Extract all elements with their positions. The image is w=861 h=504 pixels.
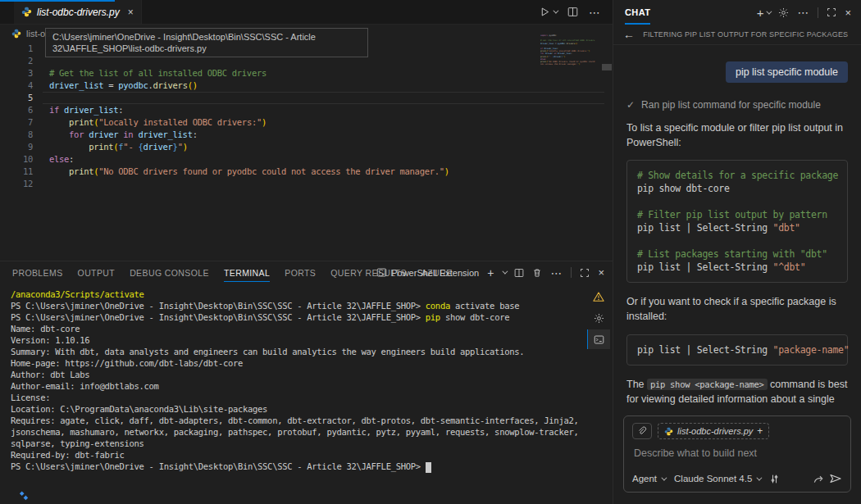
python-icon	[21, 7, 32, 17]
close-panel-icon[interactable]: ×	[598, 266, 604, 279]
paragraph-text: The	[626, 379, 647, 390]
editor-scrollbar[interactable]	[602, 64, 612, 70]
minimap[interactable]: import pyodbc # Get the list of all inst…	[540, 34, 598, 66]
add-context-icon[interactable]: +	[757, 425, 763, 437]
model-picker[interactable]: Claude Sonnet 4.5	[674, 474, 765, 484]
chat-input-box[interactable]: list-odbc-drivers.py + Describe what to …	[623, 415, 851, 493]
model-dropdown-icon	[757, 474, 763, 480]
tool-run-label: Ran pip list command for specific module	[641, 99, 821, 111]
warning-icon[interactable]	[587, 287, 610, 306]
run-button[interactable]	[540, 7, 557, 17]
chat-code-block[interactable]: pip list | Select-String "package-name"	[626, 334, 848, 366]
check-icon: ✓	[626, 99, 635, 111]
divider	[818, 7, 818, 18]
user-message: pip list specific module	[726, 61, 848, 83]
chat-input-toolbar: Agent Claude Sonnet 4.5	[632, 472, 842, 485]
python-icon	[664, 427, 673, 436]
tab-list-odbc-drivers[interactable]: list-odbc-drivers.py ×	[14, 0, 142, 24]
chat-tab[interactable]: CHAT	[625, 0, 650, 25]
new-chat-dropdown-icon[interactable]	[767, 8, 772, 14]
chat-messages[interactable]: pip list specific module ✓ Ran pip list …	[613, 45, 861, 406]
assistant-paragraph: Or if you want to check if a specific pa…	[626, 294, 848, 324]
python-icon	[11, 29, 21, 39]
shell-selector[interactable]: PowerShell Extension	[376, 267, 479, 278]
voice-redirect-icon[interactable]	[813, 473, 825, 485]
assistant-paragraph: To list a specific module or filter pip …	[626, 120, 848, 150]
panel-tab-output[interactable]: OUTPUT	[78, 264, 116, 281]
powershell-terminal-icon[interactable]	[587, 329, 610, 349]
code-editor[interactable]: list-odbc-drivers.py 123456789101112 imp…	[0, 25, 613, 261]
editor-toolbar: ⋯	[540, 0, 613, 24]
tools-icon[interactable]	[769, 474, 780, 484]
tab-close-icon[interactable]: ×	[128, 7, 134, 18]
split-editor-icon[interactable]	[567, 7, 578, 17]
chat-code-block[interactable]: # Show details for a specific packagepip…	[626, 160, 848, 283]
new-chat-button[interactable]: +	[757, 6, 771, 20]
shell-label: PowerShell Extension	[391, 268, 479, 278]
panel-tab-terminal[interactable]: TERMINAL	[224, 264, 270, 282]
terminal-dropdown-icon[interactable]	[503, 269, 508, 275]
extension-status-icon[interactable]	[18, 490, 30, 502]
vscode-window: list-odbc-drivers.py × ⋯ list-odbc-driv	[0, 0, 861, 504]
active-tab-indicator	[0, 0, 115, 2]
chat-session-title: FILTERING PIP LIST OUTPUT FOR SPECIFIC P…	[643, 30, 848, 39]
mode-dropdown-icon	[661, 474, 667, 480]
back-icon[interactable]: ←	[623, 28, 635, 41]
chat-header: CHAT + ⋯ ×	[613, 0, 861, 25]
terminal-settings-icon[interactable]	[587, 308, 610, 328]
new-terminal-icon[interactable]: +	[487, 266, 494, 279]
attached-file-name: list-odbc-drivers.py	[677, 426, 753, 436]
chat-settings-icon[interactable]	[778, 7, 789, 18]
panel-tab-bar: PROBLEMS OUTPUT DEBUG CONSOLE TERMINAL P…	[0, 261, 613, 284]
chat-more-icon[interactable]: ⋯	[797, 6, 809, 19]
terminal-output[interactable]: /anaconda3/Scripts/activatePS C:\Users\j…	[11, 288, 578, 472]
tool-run-note[interactable]: ✓ Ran pip list command for specific modu…	[626, 99, 848, 111]
more-actions-icon[interactable]: ⋯	[589, 6, 601, 19]
file-path-tooltip: C:\Users\jminer\OneDrive - Insight\Deskt…	[45, 28, 368, 57]
assistant-paragraph: The pip show <package-name> command is b…	[626, 377, 848, 406]
panel-tab-ports[interactable]: PORTS	[285, 264, 316, 281]
chat-session-bar: ← FILTERING PIP LIST OUTPUT FOR SPECIFIC…	[613, 25, 861, 45]
kill-terminal-icon[interactable]	[532, 268, 542, 278]
close-chat-icon[interactable]: ×	[845, 7, 851, 19]
maximize-chat-icon[interactable]	[827, 7, 836, 17]
divider	[571, 267, 572, 278]
code-lines: import pyodbc # Get the list of all inst…	[49, 43, 449, 190]
bottom-panel: PROBLEMS OUTPUT DEBUG CONSOLE TERMINAL P…	[0, 261, 613, 504]
panel-toolbar: PowerShell Extension + ⋯ ×	[376, 261, 604, 284]
maximize-panel-icon[interactable]	[580, 268, 590, 278]
editor-area: list-odbc-drivers.py × ⋯ list-odbc-driv	[0, 0, 613, 504]
line-numbers: 123456789101112	[0, 43, 33, 190]
mode-label: Agent	[632, 474, 657, 484]
chat-input-placeholder[interactable]: Describe what to build next	[634, 447, 840, 459]
panel-tab-problems[interactable]: PROBLEMS	[12, 264, 63, 281]
chat-panel: CHAT + ⋯ × ← FILTERING PIP LIST OUTPUT F…	[613, 0, 861, 504]
editor-tab-bar: list-odbc-drivers.py × ⋯	[0, 0, 613, 25]
split-terminal-icon[interactable]	[514, 268, 524, 278]
terminal-tabs-list	[587, 287, 610, 349]
code-area[interactable]: 123456789101112 import pyodbc # Get the …	[0, 43, 613, 261]
tab-title: list-odbc-drivers.py	[37, 7, 120, 18]
mode-picker[interactable]: Agent	[632, 474, 670, 484]
model-label: Claude Sonnet 4.5	[674, 474, 752, 484]
run-dropdown-icon[interactable]	[553, 8, 558, 14]
panel-more-icon[interactable]: ⋯	[550, 266, 563, 279]
context-chips: list-odbc-drivers.py +	[632, 423, 842, 439]
inline-code: pip show <package-name>	[647, 379, 768, 390]
send-button[interactable]	[829, 472, 842, 485]
attached-file-chip[interactable]: list-odbc-drivers.py +	[658, 423, 769, 439]
chat-header-icons: + ⋯ ×	[757, 6, 851, 20]
attach-icon[interactable]	[632, 423, 652, 439]
panel-tab-debug-console[interactable]: DEBUG CONSOLE	[130, 264, 209, 281]
